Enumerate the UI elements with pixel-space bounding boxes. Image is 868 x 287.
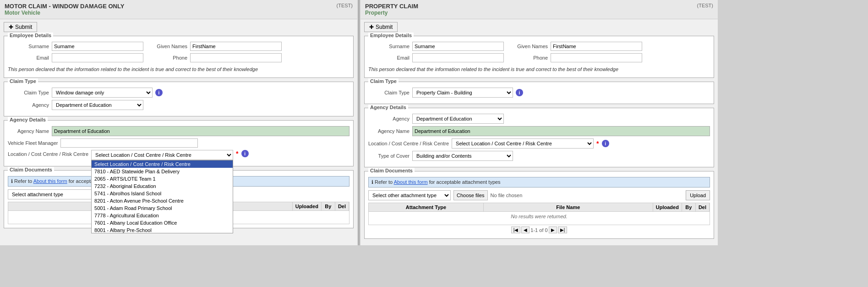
left-claim-type-content: Claim Type Window damage only i Agency D… (8, 88, 349, 110)
left-panel-header: (TEST) MOTOR CLAIM - WINDOW DAMAGE ONLY … (0, 0, 357, 19)
left-agency-details-legend: Agency Details (8, 117, 48, 122)
left-vehicle-fleet-row: Vehicle Fleet Manager (8, 138, 349, 148)
right-phone-label: Phone (507, 55, 548, 61)
right-pagination-info: 1-1 of 0 (530, 227, 547, 233)
right-location-row: Location / Cost Centre / Risk Centre Sel… (368, 138, 710, 149)
right-given-names-input[interactable] (551, 42, 642, 51)
right-claim-type-info-icon[interactable]: i (516, 89, 523, 96)
right-claim-type-content: Claim Type Property Claim - Building i (368, 88, 710, 98)
left-location-dropdown-list[interactable]: Select Location / Cost Centre / Risk Cen… (91, 160, 233, 233)
right-attachment-row: Select other attachment type Choose file… (368, 190, 710, 200)
right-claim-type-section: Claim Type Claim Type Property Claim - B… (364, 82, 714, 104)
left-agency-name-label: Agency Name (8, 128, 49, 134)
left-dropdown-item-8201[interactable]: 8201 - Acton Avenue Pre-School Centre (92, 197, 233, 204)
left-table-col-uploaded: Uploaded (293, 202, 322, 210)
right-surname-row: Surname Given Names (368, 42, 710, 51)
right-pagination-prev[interactable]: ◀ (521, 226, 530, 233)
right-panel-subtitle: Property (365, 10, 713, 16)
left-test-badge: (TEST) (337, 3, 353, 8)
left-agency-label: Agency (8, 102, 49, 108)
left-location-required: * (236, 150, 238, 157)
right-claim-type-select[interactable]: Property Claim - Building (412, 88, 513, 98)
right-type-of-cover-select[interactable]: Building and/or Contents (412, 151, 513, 161)
right-info-icon-circle: ℹ (371, 179, 373, 185)
left-given-names-label: Given Names (146, 44, 187, 49)
left-location-select[interactable]: Select Location / Cost Centre / Risk Cen… (91, 150, 233, 160)
left-agency-details-content: Agency Name Vehicle Fleet Manager Locati… (8, 126, 349, 160)
left-dropdown-item-default[interactable]: Select Location / Cost Centre / Risk Cen… (92, 160, 233, 168)
right-agency-row: Agency Department of Education (368, 114, 710, 124)
left-dropdown-item-5741[interactable]: 5741 - Abrolhos Island School (92, 190, 233, 197)
left-phone-input[interactable] (190, 53, 282, 62)
left-vehicle-fleet-label: Vehicle Fleet Manager (8, 140, 58, 146)
right-surname-label: Surname (368, 44, 409, 49)
left-location-dropdown[interactable]: Select Location / Cost Centre / Risk Cen… (91, 150, 233, 160)
right-pagination: |◀ ◀ 1-1 of 0 ▶ ▶| (368, 225, 710, 235)
left-given-names-input[interactable] (190, 42, 282, 51)
left-dropdown-item-7810[interactable]: 7810 - AED Statewide Plan & Delivery (92, 168, 233, 175)
right-surname-input[interactable] (412, 42, 504, 51)
right-agency-label: Agency (368, 116, 409, 121)
right-table-body: No results were returned. (368, 211, 710, 225)
right-agency-name-field (412, 126, 710, 136)
plus-icon: ✚ (9, 24, 13, 30)
right-pagination-first[interactable]: |◀ (511, 226, 521, 233)
right-table-col-file-name: File Name (484, 203, 653, 211)
left-dropdown-item-7601[interactable]: 7601 - Albany Local Education Office (92, 219, 233, 226)
right-submit-button[interactable]: ✚ Submit (364, 22, 398, 32)
right-pagination-last[interactable]: ▶| (558, 226, 568, 233)
right-location-info-icon[interactable]: i (602, 140, 609, 147)
left-vehicle-fleet-input[interactable] (60, 138, 198, 148)
left-location-info-icon[interactable]: i (241, 150, 249, 157)
right-table-col-uploaded: Uploaded (653, 203, 682, 211)
right-table-col-attachment-type: Attachment Type (369, 203, 484, 211)
right-attachment-type-select[interactable]: Select other attachment type (368, 190, 451, 200)
right-location-required: * (596, 140, 599, 147)
right-employee-section: Employee Details Surname Given Names Ema… (364, 36, 714, 78)
right-agency-details-content: Agency Department of Education Agency Na… (368, 114, 710, 161)
right-email-input[interactable] (412, 53, 504, 62)
left-claim-type-legend: Claim Type (8, 78, 38, 84)
right-info-text: Refer to (375, 179, 394, 185)
left-panel-title: MOTOR CLAIM - WINDOW DAMAGE ONLY (5, 3, 353, 10)
right-phone-input[interactable] (551, 53, 642, 62)
left-surname-input[interactable] (52, 42, 143, 51)
left-info-link[interactable]: About this form (33, 178, 67, 184)
left-claim-type-select[interactable]: Window damage only (52, 88, 153, 98)
left-submit-button[interactable]: ✚ Submit (4, 22, 37, 32)
right-no-results-text: No results were returned. (369, 212, 710, 221)
left-dropdown-item-8001[interactable]: 8001 - Albany Pre-School (92, 226, 233, 233)
left-claim-type-section: Claim Type Claim Type Window damage only… (4, 82, 354, 116)
left-dropdown-item-2065[interactable]: 2065 - ARTS/LOTE Team 1 (92, 175, 233, 182)
right-agency-section: Agency Details Agency Department of Educ… (364, 108, 714, 167)
left-table-col-by: By (322, 202, 335, 210)
left-employee-content: Surname Given Names Email Phone This per… (8, 42, 349, 74)
left-dropdown-item-7232[interactable]: 7232 - Aboriginal Education (92, 182, 233, 190)
left-surname-label: Surname (8, 44, 49, 49)
left-claim-type-info-icon[interactable]: i (155, 89, 163, 96)
right-pagination-next[interactable]: ▶ (549, 226, 557, 233)
left-employee-legend: Employee Details (8, 33, 53, 38)
left-submit-label: Submit (15, 24, 32, 30)
right-agency-select[interactable]: Department of Education (412, 114, 504, 124)
right-panel-title: PROPERTY CLAIM (365, 3, 713, 10)
right-type-of-cover-row: Type of Cover Building and/or Contents (368, 151, 710, 161)
left-panel: (TEST) MOTOR CLAIM - WINDOW DAMAGE ONLY … (0, 0, 357, 245)
right-claim-type-legend: Claim Type (368, 78, 399, 84)
right-submit-label: Submit (376, 24, 393, 30)
right-location-select[interactable]: Select Location / Cost Centre / Risk Cen… (452, 138, 594, 149)
right-info-link[interactable]: About this form (394, 179, 428, 185)
left-dropdown-item-7778[interactable]: 7778 - Agricultural Education (92, 212, 233, 219)
right-choose-files-button[interactable]: Choose files (453, 190, 488, 200)
left-attachment-type-select[interactable]: Select attachment type (8, 189, 99, 199)
left-agency-select[interactable]: Department of Education (52, 100, 143, 110)
right-panel: (TEST) PROPERTY CLAIM Property ✚ Submit … (360, 0, 718, 245)
left-dropdown-item-5001[interactable]: 5001 - Adam Road Primary School (92, 204, 233, 212)
right-upload-button[interactable]: Upload (686, 190, 710, 200)
left-location-row: Location / Cost Centre / Risk Centre Sel… (8, 150, 349, 160)
left-email-input[interactable] (52, 53, 143, 62)
right-table-col-del: Del (696, 203, 710, 211)
left-surname-row: Surname Given Names (8, 42, 349, 51)
left-declaration: This person declared that the informatio… (8, 65, 349, 74)
right-panel-header: (TEST) PROPERTY CLAIM Property (360, 0, 718, 19)
